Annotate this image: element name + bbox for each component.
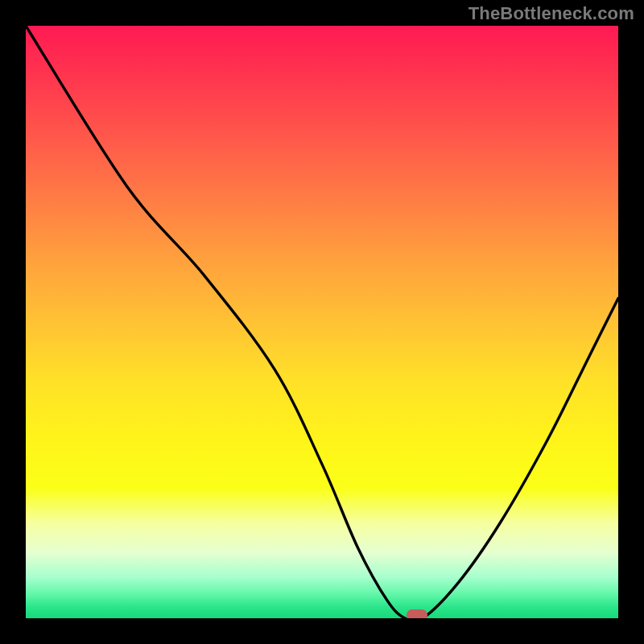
optimum-marker <box>407 609 427 618</box>
plot-area <box>26 26 618 618</box>
bottleneck-curve <box>26 26 618 618</box>
chart-frame: TheBottleneck.com <box>0 0 644 644</box>
watermark-text: TheBottleneck.com <box>469 3 634 24</box>
